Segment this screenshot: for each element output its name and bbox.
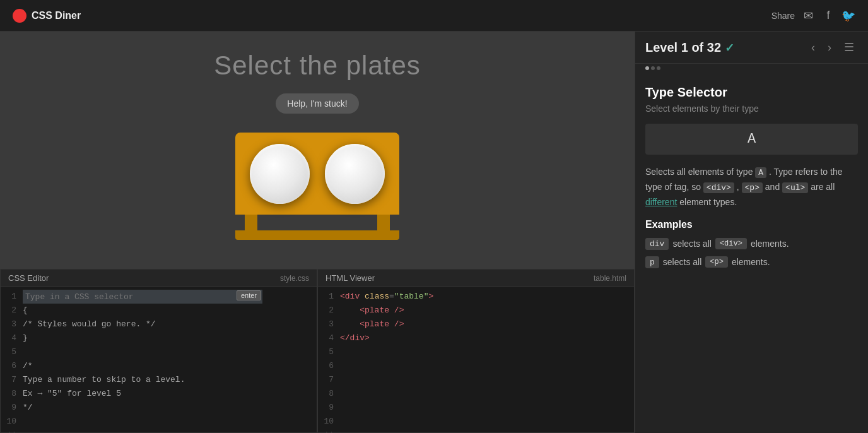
code-example-box: A bbox=[645, 124, 858, 155]
html-line-5: 5 bbox=[318, 345, 634, 359]
html-line-9: 9 bbox=[318, 401, 634, 415]
html-viewer-header: HTML Viewer table.html bbox=[318, 270, 634, 287]
css-editor-panel: CSS Editor style.css 1 enter 2 bbox=[0, 269, 317, 433]
example-1-middle: selects all bbox=[672, 239, 711, 249]
game-title: Select the plates bbox=[214, 50, 421, 81]
main-layout: Select the plates Help, I'm stuck! CSS E bbox=[0, 32, 868, 433]
enter-button[interactable]: enter bbox=[237, 290, 261, 300]
html-line-11: 11 bbox=[318, 429, 634, 432]
table-leg-right bbox=[377, 215, 390, 230]
css-line-9: 9 */ bbox=[1, 401, 317, 415]
example-row-1: div selects all <div> elements. bbox=[645, 238, 858, 250]
html-viewer-filename: table.html bbox=[594, 274, 626, 283]
share-label: Share bbox=[771, 11, 795, 21]
game-area: Select the plates Help, I'm stuck! bbox=[0, 32, 635, 269]
desc-and: and bbox=[765, 182, 780, 192]
css-line-6: 6 /* bbox=[1, 359, 317, 373]
topbar: CSS Diner Share ✉ f 🐦 bbox=[0, 0, 868, 32]
css-line-8: 8 Ex → "5" for level 5 bbox=[1, 387, 317, 401]
html-line-7: 7 bbox=[318, 373, 634, 387]
table-base bbox=[235, 230, 399, 240]
prev-level-button[interactable]: ‹ bbox=[807, 40, 819, 56]
next-level-button[interactable]: › bbox=[824, 40, 835, 56]
plate-1 bbox=[250, 144, 310, 204]
level-dots bbox=[635, 64, 868, 75]
example-1-tag: <div> bbox=[715, 238, 747, 249]
desc-type-code: A bbox=[755, 167, 766, 178]
css-editor-header: CSS Editor style.css bbox=[1, 270, 317, 287]
level-nav: ‹ › ☰ bbox=[807, 39, 858, 56]
level-header: Level 1 of 32✓ ‹ › ☰ bbox=[635, 32, 868, 64]
css-input-container: enter bbox=[23, 290, 262, 304]
example-2-selector: p bbox=[645, 256, 659, 268]
css-line-num-1: 1 bbox=[1, 290, 23, 304]
html-line-1: 1 <div class="table"> bbox=[318, 290, 634, 304]
lesson-name: Type Selector bbox=[645, 85, 858, 100]
example-2-tag: <p> bbox=[705, 256, 728, 268]
html-line-4: 4 </div> bbox=[318, 331, 634, 345]
css-editor-title: CSS Editor bbox=[8, 273, 49, 283]
table-leg-left bbox=[245, 215, 257, 230]
html-line-10: 10 bbox=[318, 415, 634, 429]
html-viewer-content: 1 <div class="table"> 2 <plate /> 3 <pla… bbox=[318, 287, 634, 432]
desc-final: element types. bbox=[679, 197, 737, 207]
level-title: Level 1 of 32✓ bbox=[645, 40, 734, 54]
example-row-2: p selects all <p> elements. bbox=[645, 256, 858, 268]
html-viewer-title: HTML Viewer bbox=[326, 273, 375, 283]
logo-icon bbox=[13, 9, 26, 23]
facebook-icon[interactable]: f bbox=[821, 9, 835, 23]
desc-ul-code: <ul> bbox=[782, 182, 808, 193]
css-line-3: 3 /* Styles would go here. */ bbox=[1, 317, 317, 331]
level-title-area: Level 1 of 32✓ bbox=[645, 40, 734, 55]
css-line-11: 11 bbox=[1, 429, 317, 432]
desc-p-code: <p> bbox=[742, 182, 763, 193]
code-example-text: A bbox=[748, 131, 756, 147]
table-container bbox=[235, 133, 399, 240]
level-dot-2 bbox=[651, 66, 655, 70]
right-panel: Level 1 of 32✓ ‹ › ☰ Type Selector Selec… bbox=[635, 32, 868, 433]
plate-2 bbox=[325, 144, 385, 204]
css-selector-input[interactable] bbox=[23, 290, 262, 304]
example-1-end: elements. bbox=[751, 239, 789, 249]
logo-text: CSS Diner bbox=[32, 10, 81, 21]
example-1-selector: div bbox=[645, 238, 669, 250]
help-button[interactable]: Help, I'm stuck! bbox=[276, 93, 358, 114]
level-check: ✓ bbox=[725, 42, 734, 54]
twitter-icon[interactable]: 🐦 bbox=[842, 9, 855, 23]
lesson-desc: Selects all elements of type A . Type re… bbox=[645, 165, 858, 209]
level-dot-3 bbox=[657, 66, 660, 70]
lesson-subtitle: Select elements by their type bbox=[645, 104, 858, 114]
desc-div-code: <div> bbox=[703, 182, 734, 193]
example-2-end: elements. bbox=[732, 257, 770, 267]
html-viewer-panel: HTML Viewer table.html 1 <div class="tab… bbox=[317, 269, 635, 433]
desc-before: Selects all elements of type bbox=[645, 167, 753, 177]
left-panel: Select the plates Help, I'm stuck! CSS E bbox=[0, 32, 635, 433]
css-editor-content: 1 enter 2 { 3 /* Styles would go here. *… bbox=[1, 287, 317, 432]
share-area: Share ✉ f 🐦 bbox=[771, 9, 855, 23]
css-line-2: 2 { bbox=[1, 304, 317, 317]
editor-area: CSS Editor style.css 1 enter 2 bbox=[0, 269, 635, 433]
examples-header: Examples bbox=[645, 219, 858, 230]
html-line-8: 8 bbox=[318, 387, 634, 401]
logo: CSS Diner bbox=[13, 9, 81, 23]
desc-comma: , bbox=[737, 182, 739, 192]
html-line-6: 6 bbox=[318, 359, 634, 373]
lesson-content: Type Selector Select elements by their t… bbox=[635, 75, 868, 285]
css-line-7: 7 Type a number to skip to a level. bbox=[1, 373, 317, 387]
table-legs bbox=[245, 215, 390, 230]
example-2-middle: selects all bbox=[663, 257, 701, 267]
css-line-1: 1 enter bbox=[1, 290, 317, 304]
table-top bbox=[235, 133, 399, 215]
level-dot-1 bbox=[645, 66, 649, 70]
css-editor-filename: style.css bbox=[280, 274, 309, 283]
css-line-10: 10 bbox=[1, 415, 317, 429]
css-line-4: 4 } bbox=[1, 331, 317, 345]
html-line-3: 3 <plate /> bbox=[318, 317, 634, 331]
css-line-5: 5 bbox=[1, 345, 317, 359]
email-icon[interactable]: ✉ bbox=[801, 9, 815, 23]
level-label: Level 1 of 32 bbox=[645, 40, 721, 54]
html-line-2: 2 <plate /> bbox=[318, 304, 634, 317]
menu-button[interactable]: ☰ bbox=[840, 39, 858, 56]
different-link[interactable]: different bbox=[645, 197, 677, 207]
desc-end: are all bbox=[811, 182, 835, 192]
